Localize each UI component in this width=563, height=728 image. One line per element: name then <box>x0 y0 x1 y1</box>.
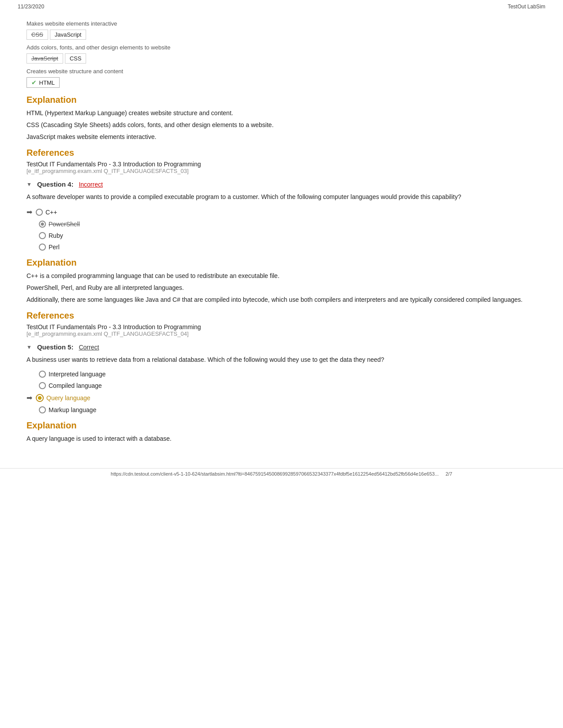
q5-radio-query[interactable] <box>36 394 44 402</box>
q3-row2-label: Adds colors, fonts, and other design ele… <box>26 44 537 51</box>
q5-choice-interpreted: Interpreted language <box>26 371 537 378</box>
header-app: TestOut LabSim <box>508 4 545 10</box>
q4-perl-text: Perl <box>49 244 60 251</box>
q4-ref-id: [e_itf_programming.exam.xml Q_ITF_LANGUA… <box>26 330 537 337</box>
q3-section: Makes website elements interactive CSS J… <box>26 20 537 174</box>
footer: https://cdn.testout.com/client-v5-1-10-6… <box>0 468 563 479</box>
q5-exp-line1: A query language is used to interact wit… <box>26 434 537 443</box>
q5-section: ▼ Question 5: Correct A business user wa… <box>26 343 537 443</box>
q4-powershell-text: PowerShell <box>49 221 80 228</box>
footer-page: 2/7 <box>446 471 452 477</box>
q5-interpreted-text: Interpreted language <box>49 371 106 378</box>
q5-arrow-icon: ➡ <box>26 394 32 402</box>
q4-exp-line1: C++ is a compiled programming language t… <box>26 271 537 281</box>
q5-radio-markup[interactable] <box>39 406 46 413</box>
q5-choice-compiled: Compiled language <box>26 382 537 389</box>
q3-js-box: JavaScript <box>50 30 87 40</box>
q5-question-row: ▼ Question 5: Correct <box>26 343 537 351</box>
q4-radio-ruby[interactable] <box>39 232 46 239</box>
q4-cpp-text: C++ <box>45 209 57 216</box>
q4-choice-powershell: PowerShell <box>26 221 537 228</box>
q3-exp-line1: HTML (Hypertext Markup Language) creates… <box>26 109 537 118</box>
q4-radio-powershell[interactable] <box>39 221 46 228</box>
q3-row2-answers: JavaScript CSS <box>26 53 537 64</box>
q4-explanation-heading: Explanation <box>26 258 537 268</box>
footer-url: https://cdn.testout.com/client-v5-1-10-6… <box>111 471 439 477</box>
q5-compiled-text: Compiled language <box>49 382 102 389</box>
q3-row3-label: Creates website structure and content <box>26 68 537 75</box>
q3-exp-line3: JavaScript makes website elements intera… <box>26 132 537 142</box>
q5-radio-interpreted[interactable] <box>39 371 46 378</box>
header-date: 11/23/2020 <box>18 4 44 10</box>
q4-section: ▼ Question 4: Incorrect A software devel… <box>26 180 537 337</box>
q4-ref-title: TestOut IT Fundamentals Pro - 3.3 Introd… <box>26 323 537 330</box>
q5-query-text: Query language <box>46 394 91 402</box>
q5-radio-compiled[interactable] <box>39 382 46 389</box>
q4-exp-line2: PowerShell, Perl, and Ruby are all inter… <box>26 283 537 293</box>
q4-status: Incorrect <box>79 181 102 188</box>
q4-question-text: A software developer wants to provide a … <box>26 192 537 202</box>
q4-radio-cpp[interactable] <box>36 209 43 216</box>
q5-choice-query: ➡ Query language <box>26 394 537 402</box>
q5-choice-markup: Markup language <box>26 406 537 413</box>
q4-references-heading: References <box>26 311 537 321</box>
q5-status: Correct <box>79 344 99 351</box>
q5-markup-text: Markup language <box>49 406 96 413</box>
q4-exp-line3: Additionally, there are some languages l… <box>26 295 537 304</box>
q4-choice-ruby: Ruby <box>26 232 537 239</box>
q3-row1-answers: CSS JavaScript <box>26 30 537 40</box>
q3-js-box2: JavaScript <box>26 53 63 64</box>
checkmark-icon: ✔ <box>31 79 37 86</box>
q5-explanation-heading: Explanation <box>26 420 537 431</box>
header-bar: 11/23/2020 TestOut LabSim <box>0 0 563 11</box>
q3-references-heading: References <box>26 148 537 158</box>
q4-question-row: ▼ Question 4: Incorrect <box>26 180 537 188</box>
q3-css-box: CSS <box>26 30 48 40</box>
q4-choice-perl: Perl <box>26 244 537 251</box>
q4-radio-perl[interactable] <box>39 244 46 251</box>
q4-arrow-icon: ➡ <box>26 208 32 216</box>
q3-ref-title: TestOut IT Fundamentals Pro - 3.3 Introd… <box>26 161 537 168</box>
q3-row1-label: Makes website elements interactive <box>26 20 537 27</box>
q5-question-text: A business user wants to retrieve data f… <box>26 355 537 364</box>
q3-ref-id: [e_itf_programming.exam.xml Q_ITF_LANGUA… <box>26 168 537 174</box>
q3-exp-line2: CSS (Cascading Style Sheets) adds colors… <box>26 120 537 130</box>
q3-explanation-heading: Explanation <box>26 95 537 105</box>
q4-choice-cpp: ➡ C++ <box>26 208 537 216</box>
q3-html-box: ✔ HTML <box>26 77 60 88</box>
q5-triangle-icon: ▼ <box>26 344 32 350</box>
q3-row3-answers: ✔ HTML <box>26 77 537 88</box>
q3-css-box2: CSS <box>65 53 87 64</box>
q4-ruby-text: Ruby <box>49 232 63 239</box>
q5-label: Question 5: <box>37 343 74 351</box>
q4-triangle-icon: ▼ <box>26 181 32 188</box>
q4-label: Question 4: <box>37 180 74 188</box>
